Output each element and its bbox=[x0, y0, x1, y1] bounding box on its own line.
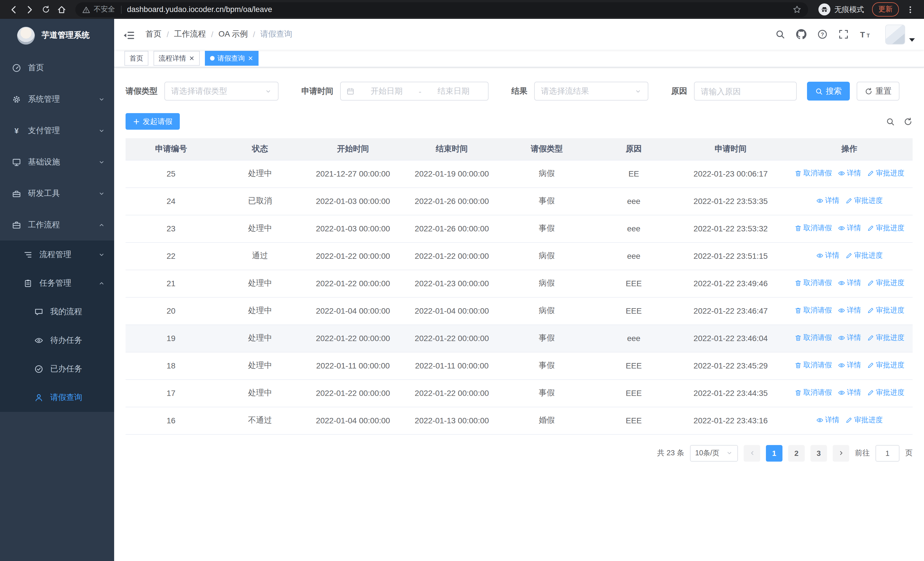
progress-action-link[interactable]: 审批进度 bbox=[845, 196, 883, 206]
detail-action-link[interactable]: 详情 bbox=[816, 196, 839, 206]
status-cell: 处理中 bbox=[217, 379, 304, 407]
sidebar-item-workflow[interactable]: 工作流程 bbox=[0, 209, 114, 241]
create-leave-button[interactable]: 发起请假 bbox=[126, 113, 180, 130]
cancel-action-link[interactable]: 取消请假 bbox=[794, 333, 832, 343]
detail-action-link[interactable]: 详情 bbox=[837, 305, 861, 315]
breadcrumb-item[interactable]: OA 示例 bbox=[219, 29, 248, 39]
progress-action-link[interactable]: 审批进度 bbox=[867, 333, 904, 343]
sidebar-collapse-button[interactable] bbox=[123, 29, 136, 39]
result-select[interactable]: 请选择流结果 bbox=[534, 82, 648, 101]
breadcrumb-item[interactable]: 首页 bbox=[146, 29, 162, 39]
sidebar-item-done-tasks[interactable]: 已办任务 bbox=[0, 355, 114, 384]
next-page-button[interactable] bbox=[832, 445, 849, 461]
browser-back-button[interactable] bbox=[6, 2, 22, 17]
page-button-3[interactable]: 3 bbox=[810, 445, 827, 461]
tab-process-detail[interactable]: 流程详情 bbox=[153, 51, 200, 66]
detail-action-link[interactable]: 详情 bbox=[837, 223, 861, 233]
briefcase-icon bbox=[12, 220, 21, 229]
refresh-list-button[interactable] bbox=[903, 117, 913, 126]
action-label: 取消请假 bbox=[803, 388, 832, 398]
cancel-action-link[interactable]: 取消请假 bbox=[794, 388, 832, 398]
tab-home[interactable]: 首页 bbox=[124, 51, 148, 66]
reason-input[interactable] bbox=[694, 82, 797, 101]
progress-action-link[interactable]: 审批进度 bbox=[867, 278, 904, 288]
sidebar-item-dev-tools[interactable]: 研发工具 bbox=[0, 177, 114, 209]
reset-button[interactable]: 重置 bbox=[856, 82, 900, 101]
detail-action-link[interactable]: 详情 bbox=[837, 168, 861, 178]
apply-time-range-picker[interactable]: 开始日期 - 结束日期 bbox=[340, 82, 489, 101]
detail-action-link[interactable]: 详情 bbox=[837, 361, 861, 370]
breadcrumb-item: 请假查询 bbox=[260, 29, 292, 39]
action-label: 取消请假 bbox=[803, 278, 832, 288]
page-suffix: 页 bbox=[905, 448, 913, 458]
cancel-action-link[interactable]: 取消请假 bbox=[794, 361, 832, 370]
header-search-button[interactable] bbox=[775, 29, 785, 39]
detail-action-link[interactable]: 详情 bbox=[837, 278, 861, 288]
detail-action-link[interactable]: 详情 bbox=[837, 388, 861, 398]
yen-icon: ¥ bbox=[12, 126, 21, 135]
breadcrumb-separator: / bbox=[211, 30, 213, 39]
reason-cell: EEE bbox=[592, 352, 675, 379]
browser-home-button[interactable] bbox=[54, 2, 70, 17]
chevron-down-icon bbox=[98, 251, 105, 258]
detail-action-link[interactable]: 详情 bbox=[816, 251, 839, 260]
browser-menu-button[interactable] bbox=[902, 2, 918, 17]
breadcrumb-item[interactable]: 工作流程 bbox=[174, 29, 206, 39]
result-label: 结果 bbox=[512, 86, 527, 96]
progress-action-link[interactable]: 审批进度 bbox=[867, 305, 904, 315]
page-button-1[interactable]: 1 bbox=[766, 445, 783, 461]
sidebar-item-label: 我的流程 bbox=[50, 307, 82, 317]
close-icon[interactable] bbox=[189, 56, 195, 61]
sidebar-item-label: 首页 bbox=[28, 63, 44, 73]
bookmark-star-icon[interactable] bbox=[793, 5, 801, 14]
toggle-search-button[interactable] bbox=[886, 117, 895, 126]
sidebar-item-payment-mgmt[interactable]: ¥支付管理 bbox=[0, 115, 114, 146]
page-button-2[interactable]: 2 bbox=[788, 445, 805, 461]
close-icon[interactable] bbox=[248, 56, 254, 61]
security-indicator[interactable]: 不安全 bbox=[82, 5, 115, 14]
leave-type-placeholder: 请选择请假类型 bbox=[171, 86, 227, 96]
cancel-action-link[interactable]: 取消请假 bbox=[794, 223, 832, 233]
reset-button-label: 重置 bbox=[876, 86, 891, 96]
cancel-action-link[interactable]: 取消请假 bbox=[794, 305, 832, 315]
search-button[interactable]: 搜索 bbox=[807, 82, 850, 101]
progress-action-link[interactable]: 审批进度 bbox=[867, 361, 904, 370]
browser-update-button[interactable]: 更新 bbox=[872, 2, 899, 17]
page-size-select[interactable]: 10条/页 bbox=[690, 445, 738, 461]
browser-reload-button[interactable] bbox=[38, 2, 54, 17]
sidebar-item-process-mgmt[interactable]: 流程管理 bbox=[0, 241, 114, 269]
browser-forward-button[interactable] bbox=[22, 2, 38, 17]
fullscreen-button[interactable] bbox=[838, 29, 849, 39]
leave-type-select[interactable]: 请选择请假类型 bbox=[164, 82, 279, 101]
cancel-action-link[interactable]: 取消请假 bbox=[794, 168, 832, 178]
tab-leave-query[interactable]: 请假查询 bbox=[205, 51, 258, 66]
sidebar-item-task-mgmt[interactable]: 任务管理 bbox=[0, 269, 114, 298]
dashboard-icon bbox=[12, 63, 21, 72]
sidebar-item-system-mgmt[interactable]: 系统管理 bbox=[0, 83, 114, 115]
address-bar[interactable]: 不安全 dashboard.yudao.iocoder.cn/bpm/oa/le… bbox=[75, 2, 808, 17]
table-row: 22通过2022-01-22 00:00:002022-01-22 00:00:… bbox=[126, 242, 913, 270]
sidebar-item-leave-query[interactable]: 请假查询 bbox=[0, 384, 114, 412]
user-menu[interactable] bbox=[885, 24, 915, 44]
sidebar-item-home[interactable]: 首页 bbox=[0, 52, 114, 83]
cancel-action-link[interactable]: 取消请假 bbox=[794, 278, 832, 288]
progress-action-link[interactable]: 审批进度 bbox=[845, 415, 883, 425]
sidebar-item-todo-tasks[interactable]: 待办任务 bbox=[0, 326, 114, 355]
progress-action-link[interactable]: 审批进度 bbox=[845, 251, 883, 260]
progress-action-link[interactable]: 审批进度 bbox=[867, 223, 904, 233]
action-label: 详情 bbox=[847, 305, 861, 315]
detail-action-link[interactable]: 详情 bbox=[816, 415, 839, 425]
font-size-button[interactable]: TT bbox=[860, 29, 872, 39]
github-link[interactable] bbox=[796, 29, 806, 39]
detail-action-link[interactable]: 详情 bbox=[837, 333, 861, 343]
prev-page-button[interactable] bbox=[744, 445, 760, 461]
progress-action-link[interactable]: 审批进度 bbox=[867, 168, 904, 178]
sidebar-item-infrastructure[interactable]: 基础设施 bbox=[0, 146, 114, 177]
help-button[interactable]: ? bbox=[817, 29, 828, 39]
goto-page-input[interactable] bbox=[876, 445, 900, 461]
reason-cell: eee bbox=[592, 325, 675, 352]
apply-time-cell: 2022-01-22 23:46:47 bbox=[675, 297, 786, 325]
app-logo[interactable]: 芋道管理系统 bbox=[0, 19, 114, 52]
sidebar-item-my-process[interactable]: 我的流程 bbox=[0, 298, 114, 326]
progress-action-link[interactable]: 审批进度 bbox=[867, 388, 904, 398]
